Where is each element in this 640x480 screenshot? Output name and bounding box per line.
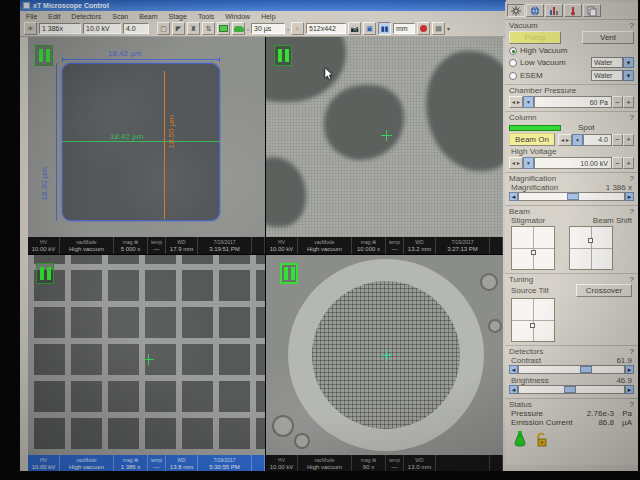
chevron-down-icon[interactable]: ▼ [623,70,634,81]
menu-tools[interactable]: Tools [198,13,214,20]
sem-image-quad3[interactable] [28,255,265,455]
slider-left-arrow[interactable]: ◄ [509,385,518,394]
tab-beam-control[interactable] [507,4,525,17]
dwell-prev-arrow[interactable]: ‹ [247,26,249,32]
brightness-slider[interactable]: ◄ ► [505,385,638,396]
ccd-view-icon[interactable] [217,22,230,35]
stigmator-handle[interactable] [531,250,536,255]
pause-indicator-icon [280,263,298,284]
pump-button[interactable]: Pump [509,31,561,44]
snapshot-camera-icon[interactable]: 📷 [348,22,361,35]
chevron-down-icon[interactable]: ▼ [523,157,534,169]
beam-shift-handle[interactable] [588,238,593,243]
tab-processing[interactable] [583,4,601,17]
slider-right-arrow[interactable]: ► [625,365,634,374]
menu-beam[interactable]: Beam [139,13,157,20]
menu-scan[interactable]: Scan [112,13,128,20]
pressure-minus-button[interactable]: − [612,96,623,108]
measure-line-width [62,141,220,142]
spot-plus-button[interactable]: + [623,134,634,146]
help-icon[interactable]: ? [630,400,634,409]
dark-feature-blob [324,85,404,160]
tab-detectors[interactable] [545,4,563,17]
menu-edit[interactable]: Edit [48,13,60,20]
help-icon[interactable]: ? [630,347,634,356]
help-icon[interactable]: ? [630,174,634,183]
help-icon[interactable]: ? [630,207,634,216]
sem-image-quad1[interactable]: 18.42 µm 18.30 µm 18.42 µm 18.50 µm [28,37,265,237]
spot-minus-button[interactable]: − [612,134,623,146]
source-tilt-pad[interactable] [511,298,555,342]
slider-left-arrow[interactable]: ◄ [509,365,518,374]
reduced-area-icon[interactable]: ▢ [157,22,170,35]
pause-button[interactable]: ▮▮ [378,22,391,35]
sem-image-quad4[interactable] [266,255,503,455]
help-icon[interactable]: ? [630,113,634,122]
menu-file[interactable]: File [26,13,37,20]
beam-on-button[interactable]: Beam On [509,133,555,146]
menu-detectors[interactable]: Detectors [71,13,101,20]
detectors-title: Detectors [509,347,543,356]
databar-layout-dropdown[interactable]: ▾ [447,25,450,32]
slider-right-arrow[interactable]: ► [625,192,634,201]
dark-feature-blob [266,157,306,227]
databar-vacmode-label: vacMode [60,457,113,464]
pressure-presets-button[interactable]: ◄► [509,96,523,108]
center-crosshair [143,354,154,365]
record-icon[interactable] [417,22,430,35]
high-voltage-label: High Voltage [511,147,556,156]
chamber-pressure-field[interactable]: 60 Pa [534,96,612,108]
high-voltage-field[interactable]: 10.00 kV [534,157,612,169]
hv-presets-button[interactable]: ◄► [509,157,523,169]
menu-stage[interactable]: Stage [169,13,187,20]
videoscope-icon[interactable]: ▣ [363,22,376,35]
vent-button[interactable]: Vent [582,31,634,44]
databar-layout-icon[interactable]: ▤ [432,22,445,35]
radio-low-vacuum[interactable] [509,59,517,67]
slider-right-arrow[interactable]: ► [625,385,634,394]
slider-thumb[interactable] [564,386,576,393]
source-tilt-handle[interactable] [530,323,535,328]
tab-temperature[interactable] [564,4,582,17]
resolution-combo[interactable]: 512x442 [306,23,346,34]
spot-size-field[interactable]: 4.0 [583,134,612,146]
hv-minus-button[interactable]: − [612,157,623,169]
navigation-car-icon[interactable] [232,22,245,35]
magnification-slider[interactable]: ◄ ► [505,192,638,203]
dwell-time-combo[interactable]: 30 µs [251,23,285,34]
menu-help[interactable]: Help [261,13,275,20]
spot-presets-button[interactable]: ◄► [558,134,572,146]
magnification-bug-icon[interactable]: ✳ [24,22,37,35]
tab-navigation[interactable] [526,4,544,17]
pressure-plus-button[interactable]: + [623,96,634,108]
beam-shift-pad[interactable] [569,226,613,270]
slider-thumb[interactable] [580,366,592,373]
slider-left-arrow[interactable]: ◄ [509,192,518,201]
selection-arrow-icon[interactable]: ◤ [172,22,185,35]
help-icon[interactable]: ? [630,21,634,30]
esem-gas-select[interactable]: Water [591,70,623,81]
radio-esem[interactable] [509,72,517,80]
unit-combo[interactable]: mm [393,23,415,34]
crossover-button[interactable]: Crossover [576,284,632,297]
slider-thumb[interactable] [567,193,579,200]
radio-high-vacuum[interactable] [509,47,517,55]
menu-window[interactable]: Window [225,13,250,20]
chevron-down-icon[interactable]: ▼ [623,57,634,68]
chevron-down-icon[interactable]: ▼ [523,96,534,108]
databar-wd-label: WD [166,457,197,464]
low-vacuum-gas-select[interactable]: Water [591,57,623,68]
sem-image-quad2[interactable] [266,37,503,237]
high-voltage-combo[interactable]: 10.0 kV [83,23,121,34]
link-z-icon[interactable]: ⇅ [202,22,215,35]
help-icon[interactable]: ? [630,275,634,284]
hv-plus-button[interactable]: + [623,157,634,169]
fast-scan-icon[interactable]: ⚡ [291,22,304,35]
magnification-combo[interactable]: 1 386x [39,23,81,34]
stage-move-icon[interactable]: ♜ [187,22,200,35]
spot-size-combo[interactable]: 4.0 [123,23,149,34]
chevron-down-icon[interactable]: ▼ [572,134,583,146]
contrast-slider[interactable]: ◄ ► [505,365,638,376]
stigmator-pad[interactable] [511,226,555,270]
dwell-next-arrow[interactable]: › [287,26,289,32]
